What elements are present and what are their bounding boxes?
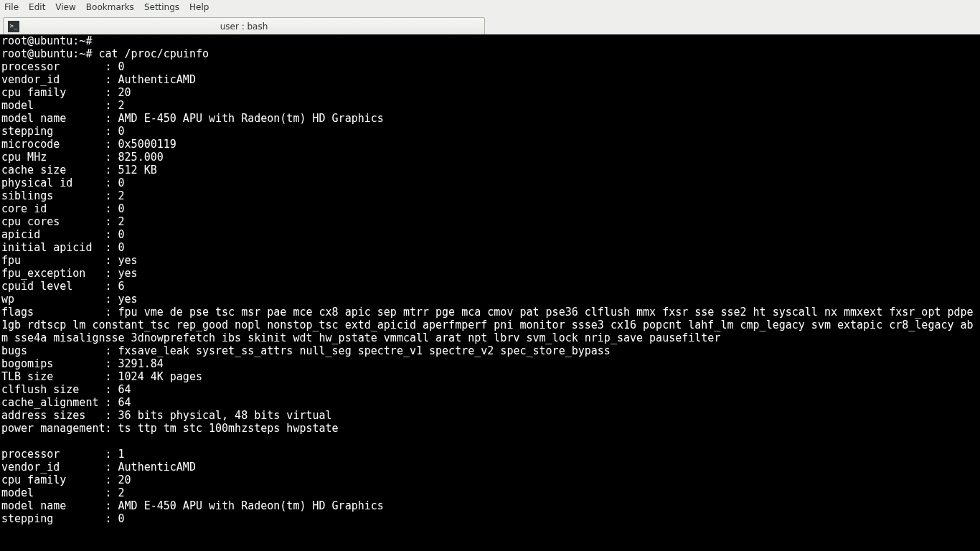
menu-view[interactable]: View xyxy=(55,2,75,12)
tab-terminal[interactable]: user : bash xyxy=(3,17,485,34)
menu-help[interactable]: Help xyxy=(189,2,209,12)
tab-title: user : bash xyxy=(24,22,484,32)
tabbar: user : bash xyxy=(0,14,980,34)
terminal-icon xyxy=(8,21,19,32)
menu-file[interactable]: File xyxy=(4,2,19,12)
menu-settings[interactable]: Settings xyxy=(144,2,179,12)
terminal-output[interactable]: root@ubuntu:~# root@ubuntu:~# cat /proc/… xyxy=(0,34,980,551)
menu-bookmarks[interactable]: Bookmarks xyxy=(86,2,134,12)
menubar: File Edit View Bookmarks Settings Help xyxy=(0,0,980,14)
menu-edit[interactable]: Edit xyxy=(29,2,45,12)
